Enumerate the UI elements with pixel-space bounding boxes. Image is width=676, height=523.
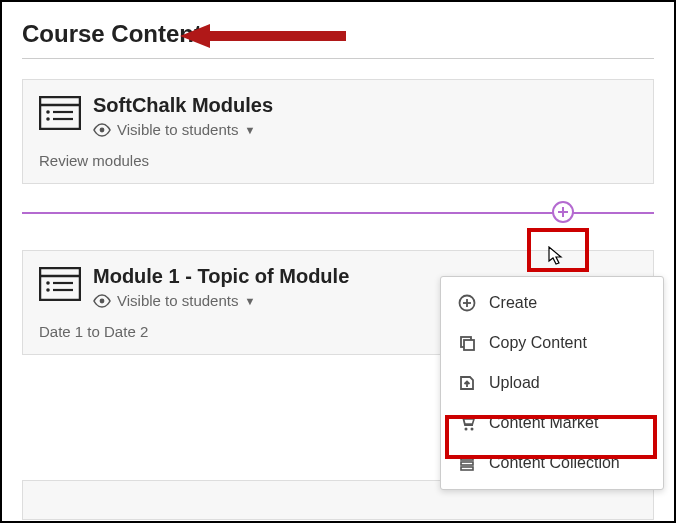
menu-item-upload[interactable]: Upload [441, 363, 663, 403]
page-title: Course Content [2, 2, 674, 58]
menu-item-copy-content[interactable]: Copy Content [441, 323, 663, 363]
menu-item-label: Create [489, 294, 537, 312]
menu-item-label: Content Collection [489, 454, 620, 472]
module-description: Review modules [39, 152, 637, 169]
insert-line[interactable] [22, 212, 654, 214]
svg-point-14 [46, 288, 50, 292]
svg-point-16 [100, 298, 105, 303]
module-list-icon [39, 96, 81, 130]
svg-point-5 [46, 117, 50, 121]
svg-rect-26 [461, 467, 473, 470]
divider [22, 58, 654, 59]
visibility-toggle[interactable]: Visible to students ▼ [93, 292, 349, 309]
plus-circle-icon [457, 293, 477, 313]
visibility-label: Visible to students [117, 292, 238, 309]
menu-item-content-market[interactable]: Content Market [441, 403, 663, 443]
upload-icon [457, 373, 477, 393]
module-card[interactable]: SoftChalk Modules Visible to students ▼ … [22, 79, 654, 184]
menu-item-create[interactable]: Create [441, 283, 663, 323]
svg-point-12 [46, 281, 50, 285]
add-content-button[interactable] [552, 201, 574, 223]
menu-item-content-collection[interactable]: Content Collection [441, 443, 663, 483]
svg-point-23 [471, 428, 474, 431]
menu-item-label: Content Market [489, 414, 598, 432]
menu-item-label: Upload [489, 374, 540, 392]
module-list-icon [39, 267, 81, 301]
svg-point-22 [465, 428, 468, 431]
menu-item-label: Copy Content [489, 334, 587, 352]
chevron-down-icon: ▼ [244, 295, 255, 307]
svg-rect-24 [461, 457, 473, 460]
chevron-down-icon: ▼ [244, 124, 255, 136]
cart-icon [457, 413, 477, 433]
svg-point-3 [46, 110, 50, 114]
svg-rect-25 [461, 462, 473, 465]
module-title[interactable]: Module 1 - Topic of Module [93, 265, 349, 288]
copy-icon [457, 333, 477, 353]
module-title[interactable]: SoftChalk Modules [93, 94, 273, 117]
eye-icon [93, 294, 111, 308]
svg-rect-21 [464, 340, 474, 350]
svg-point-7 [100, 127, 105, 132]
visibility-toggle[interactable]: Visible to students ▼ [93, 121, 273, 138]
collection-icon [457, 453, 477, 473]
eye-icon [93, 123, 111, 137]
visibility-label: Visible to students [117, 121, 238, 138]
add-content-menu: Create Copy Content Upload Content Marke… [440, 276, 664, 490]
